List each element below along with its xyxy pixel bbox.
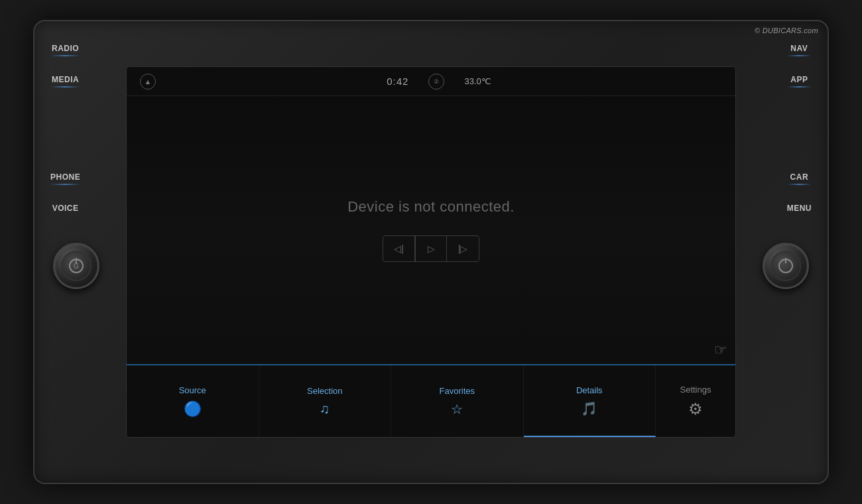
not-connected-message: Device is not connected. xyxy=(347,198,515,216)
bluetooth-icon: 🔵 xyxy=(184,401,202,418)
menu-button[interactable]: MENU xyxy=(783,201,816,216)
star-icon: ☆ xyxy=(451,401,463,417)
gesture-icon-area: ☞ xyxy=(714,342,727,359)
up-arrow-icon: ▲ xyxy=(145,78,152,86)
top-bar-left: ▲ xyxy=(140,74,156,90)
car-button[interactable]: CAR xyxy=(783,170,816,188)
settings-label: Settings xyxy=(680,385,711,395)
left-knob-inner: G xyxy=(61,251,92,281)
nav-button[interactable]: NAV xyxy=(783,41,816,59)
favorites-label: Favorites xyxy=(440,386,475,396)
play-icon: ▷ xyxy=(428,243,435,254)
prev-icon: ◁| xyxy=(394,243,404,254)
radio-button[interactable]: RADIO xyxy=(46,41,84,59)
favorites-nav-item[interactable]: Favorites ☆ xyxy=(391,365,524,437)
previous-button[interactable]: ◁| xyxy=(383,236,415,261)
gesture-icon: ☞ xyxy=(714,342,727,358)
selection-label: Selection xyxy=(307,386,342,396)
app-button[interactable]: APP xyxy=(783,72,816,90)
top-bar-center: 0:42 ② 33.0℃ xyxy=(387,74,491,90)
details-label: Details xyxy=(576,385,603,395)
main-screen: ▲ 0:42 ② 33.0℃ Device is not connected. … xyxy=(126,66,736,438)
time-display: 0:42 xyxy=(387,76,408,87)
play-button[interactable]: ▷ xyxy=(415,236,447,261)
temperature-display: 33.0℃ xyxy=(464,76,491,86)
voice-button[interactable]: VOICE xyxy=(46,201,84,216)
media-button[interactable]: MEDIA xyxy=(46,72,84,90)
settings-icon: ⚙ xyxy=(688,400,703,418)
power-icon: G xyxy=(69,259,84,273)
left-knob[interactable]: G xyxy=(53,243,99,289)
next-button[interactable]: |▷ xyxy=(447,236,479,261)
top-status-bar: ▲ 0:42 ② 33.0℃ xyxy=(127,67,735,96)
next-icon: |▷ xyxy=(458,243,468,254)
right-knob[interactable] xyxy=(763,243,809,289)
up-arrow-button[interactable]: ▲ xyxy=(140,74,156,90)
playback-controls: ◁| ▷ |▷ xyxy=(383,235,479,262)
bottom-navigation: Source 🔵 Selection ♫ Favorites ☆ Details… xyxy=(127,364,735,437)
car-infotainment-unit: © DUBICARS.com RADIO MEDIA PHONE VOICE G… xyxy=(33,20,829,484)
source-nav-item[interactable]: Source 🔵 xyxy=(127,365,259,437)
main-content-area: Device is not connected. ◁| ▷ |▷ xyxy=(127,96,735,364)
zone2-icon: ② xyxy=(434,78,439,85)
selection-icon: ♫ xyxy=(320,401,330,416)
music-note-icon: 🎵 xyxy=(581,401,597,416)
settings-nav-item[interactable]: Settings ⚙ xyxy=(656,365,735,437)
selection-nav-item[interactable]: Selection ♫ xyxy=(259,365,392,437)
phone-button[interactable]: PHONE xyxy=(46,170,84,188)
right-knob-inner xyxy=(770,251,801,281)
source-label: Source xyxy=(179,385,206,395)
details-nav-item[interactable]: Details 🎵 xyxy=(524,365,656,437)
zone2-button[interactable]: ② xyxy=(428,74,444,90)
right-knob-container xyxy=(763,243,809,289)
left-knob-container: G xyxy=(53,243,99,289)
right-knob-icon xyxy=(778,259,793,273)
